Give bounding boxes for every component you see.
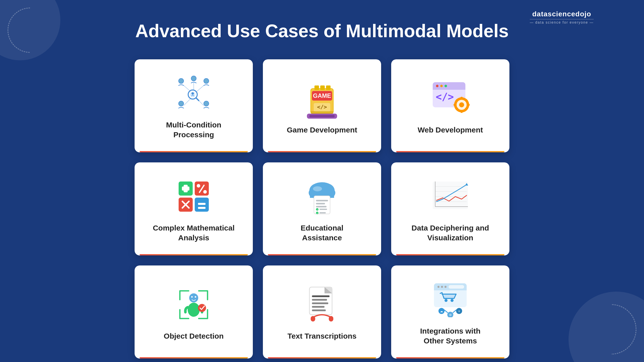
svg-rect-16 <box>314 85 319 90</box>
svg-point-3 <box>179 101 184 106</box>
svg-point-29 <box>436 85 438 87</box>
svg-rect-93 <box>311 316 315 322</box>
svg-text:≡: ≡ <box>458 309 460 313</box>
card-integrations[interactable]: ☁ ⚙ ≡ Integrations withOther Systems <box>391 265 509 358</box>
card-multi-condition-label: Multi-ConditionProcessing <box>166 120 221 140</box>
svg-text:</>: </> <box>317 104 327 110</box>
svg-rect-88 <box>312 295 330 297</box>
data-icon <box>429 175 472 218</box>
svg-point-4 <box>204 101 209 106</box>
card-multi-condition[interactable]: Multi-ConditionProcessing <box>135 59 253 152</box>
svg-rect-37 <box>461 110 463 113</box>
svg-point-1 <box>191 76 196 81</box>
svg-line-8 <box>184 99 191 106</box>
svg-text:⚙: ⚙ <box>449 313 452 317</box>
object-icon <box>172 283 215 326</box>
svg-rect-38 <box>454 104 457 106</box>
svg-rect-101 <box>449 285 464 289</box>
svg-rect-25 <box>309 115 335 117</box>
svg-rect-17 <box>320 85 325 90</box>
card-object-detection[interactable]: Object Detection <box>135 265 253 358</box>
svg-point-100 <box>445 286 447 288</box>
svg-point-30 <box>440 85 443 87</box>
svg-point-102 <box>445 299 448 302</box>
svg-text:✓: ✓ <box>316 209 318 211</box>
card-game-label: Game Development <box>287 125 357 135</box>
svg-point-2 <box>204 78 209 83</box>
svg-rect-55 <box>198 203 206 205</box>
svg-rect-91 <box>312 306 325 308</box>
svg-text:☁: ☁ <box>440 309 443 313</box>
svg-point-99 <box>441 286 443 288</box>
svg-rect-72 <box>433 182 468 209</box>
card-educational[interactable]: ✓ ✓ EducationalAssistance <box>263 162 381 255</box>
svg-point-83 <box>195 296 196 298</box>
card-integration-label: Integrations withOther Systems <box>420 326 480 346</box>
svg-rect-36 <box>461 97 463 100</box>
svg-point-82 <box>191 296 193 298</box>
svg-rect-65 <box>316 206 327 207</box>
svg-line-108 <box>444 310 448 313</box>
svg-line-7 <box>197 85 204 92</box>
svg-rect-39 <box>467 104 470 106</box>
svg-point-49 <box>203 190 207 194</box>
card-math-label: Complex MathematicalAnalysis <box>153 223 234 243</box>
svg-rect-68 <box>319 209 327 210</box>
card-complex-math[interactable]: Complex MathematicalAnalysis <box>135 162 253 255</box>
svg-point-80 <box>189 293 198 302</box>
svg-line-12 <box>196 98 199 101</box>
svg-point-13 <box>191 92 194 95</box>
card-data-viz[interactable]: Data Deciphering andVisualization <box>391 162 509 255</box>
svg-rect-28 <box>433 87 465 90</box>
svg-rect-23 <box>311 111 333 114</box>
svg-text:GAME: GAME <box>313 92 331 99</box>
svg-point-103 <box>451 299 454 302</box>
svg-point-31 <box>445 85 447 87</box>
card-object-label: Object Detection <box>164 331 224 341</box>
svg-point-84 <box>198 304 206 312</box>
card-text-label: Text Transcriptions <box>288 331 357 341</box>
card-web-label: Web Development <box>418 125 483 135</box>
svg-rect-71 <box>319 212 326 213</box>
text-icon <box>301 283 343 326</box>
svg-text:</>: </> <box>436 91 454 103</box>
card-game-development[interactable]: GAME </> Game Development <box>263 59 381 152</box>
svg-rect-64 <box>316 203 325 204</box>
svg-rect-56 <box>198 207 206 209</box>
svg-point-61 <box>313 186 322 191</box>
svg-point-81 <box>188 303 200 317</box>
svg-point-48 <box>197 184 200 188</box>
svg-point-98 <box>437 286 439 288</box>
integration-icon: ☁ ⚙ ≡ <box>429 278 472 321</box>
svg-text:✓: ✓ <box>316 212 318 214</box>
card-text-transcription[interactable]: Text Transcriptions <box>263 265 381 358</box>
card-data-label: Data Deciphering andVisualization <box>412 223 489 243</box>
svg-rect-46 <box>182 187 189 191</box>
svg-rect-63 <box>316 200 328 201</box>
svg-point-0 <box>179 78 184 83</box>
card-edu-label: EducationalAssistance <box>301 223 343 243</box>
web-icon: </> <box>429 77 472 120</box>
svg-rect-94 <box>329 316 333 322</box>
multi-condition-icon <box>172 72 215 115</box>
card-web-development[interactable]: </> Web Development <box>391 59 509 152</box>
svg-line-109 <box>453 310 457 313</box>
svg-rect-89 <box>312 299 327 301</box>
page-title: Advanced Use Cases of Multimodal Models <box>135 20 509 42</box>
svg-point-35 <box>459 102 464 107</box>
game-icon: GAME </> <box>301 77 343 120</box>
math-icon <box>172 175 215 218</box>
svg-rect-97 <box>434 288 467 290</box>
svg-rect-90 <box>312 302 328 304</box>
svg-rect-104 <box>444 295 455 298</box>
svg-rect-18 <box>326 85 331 90</box>
edu-icon: ✓ ✓ <box>301 175 343 218</box>
svg-rect-62 <box>314 196 330 214</box>
svg-rect-92 <box>312 309 326 311</box>
cards-grid: Multi-ConditionProcessing GAME <box>135 59 509 358</box>
